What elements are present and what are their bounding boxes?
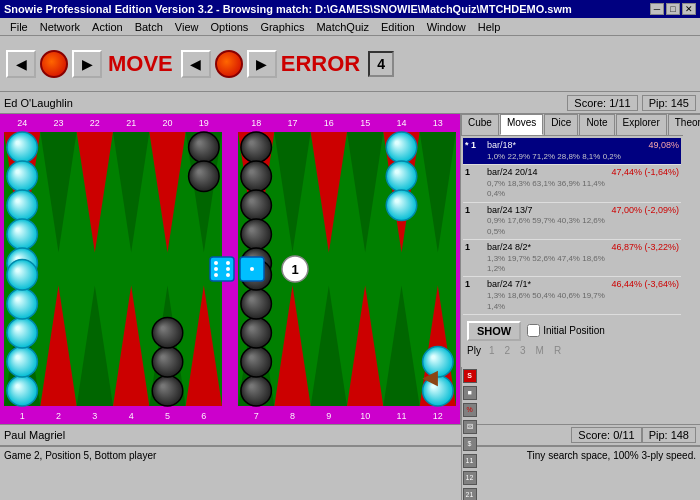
tab-cube[interactable]: Cube <box>461 114 499 135</box>
move-details: bar/24 8/2* 1,3% 19,7% 52,6% 47,4% 18,6%… <box>487 242 611 274</box>
nav-icon <box>40 50 68 78</box>
ply-label: Ply <box>467 345 481 356</box>
show-row: SHOW Initial Position <box>467 321 677 341</box>
prev-move-button[interactable]: ◀ <box>6 50 36 78</box>
move-num: 1 <box>465 167 487 199</box>
move-pct: 49,08% <box>629 140 679 162</box>
window-buttons: ─ □ ✕ <box>650 3 696 15</box>
move-num: * 1 <box>465 140 487 162</box>
side-icon-21[interactable]: 21 <box>463 488 477 500</box>
status-bar: Game 2, Position 5, Bottom player Tiny s… <box>0 446 700 464</box>
tab-note[interactable]: Note <box>579 114 614 135</box>
move-row-4[interactable]: 1 bar/24 8/2* 1,3% 19,7% 52,6% 47,4% 18,… <box>463 240 681 277</box>
move-label: MOVE <box>108 51 173 77</box>
moves-list: * 1 bar/18* 1,0% 22,9% 71,2% 28,8% 8,1% … <box>461 136 683 317</box>
move-row-3[interactable]: 1 bar/24 13/7 0,9% 17,6% 59,7% 40,3% 12,… <box>463 203 681 240</box>
panel-tabs: Cube Moves Dice Note Explorer Theory <box>461 114 683 136</box>
bottom-score: Score: 0/11 <box>571 427 641 443</box>
menu-edition[interactable]: Edition <box>375 20 421 34</box>
menu-graphics[interactable]: Graphics <box>254 20 310 34</box>
move-num: 1 <box>465 242 487 274</box>
ply-3[interactable]: 3 <box>518 345 528 356</box>
initial-position-checkbox[interactable] <box>527 324 540 337</box>
toolbar: ◀ ▶ MOVE ◀ ▶ ERROR 4 <box>0 36 700 92</box>
board-canvas[interactable] <box>0 114 460 424</box>
right-panel: Cube Moves Dice Note Explorer Theory * 1… <box>460 114 698 424</box>
move-details: bar/24 20/14 0,7% 18,3% 63,1% 36,9% 11,4… <box>487 167 611 199</box>
menu-window[interactable]: Window <box>421 20 472 34</box>
top-player-info: Ed O'Laughlin Score: 1/11 Pip: 145 <box>0 92 700 114</box>
menu-file[interactable]: File <box>4 20 34 34</box>
ply-m[interactable]: M <box>534 345 546 356</box>
maximize-button[interactable]: □ <box>666 3 680 15</box>
side-icon-s[interactable]: S <box>463 369 477 383</box>
menu-view[interactable]: View <box>169 20 205 34</box>
prev-error-button[interactable]: ◀ <box>181 50 211 78</box>
ply-2[interactable]: 2 <box>502 345 512 356</box>
menu-options[interactable]: Options <box>204 20 254 34</box>
next-move-button[interactable]: ▶ <box>72 50 102 78</box>
side-icon-percent[interactable]: % <box>463 403 477 417</box>
bottom-pip: Pip: 148 <box>642 427 696 443</box>
move-pct: 46,44% (-3,64%) <box>611 279 679 311</box>
tab-theory[interactable]: Theory <box>668 114 700 135</box>
close-button[interactable]: ✕ <box>682 3 696 15</box>
main-content: Cube Moves Dice Note Explorer Theory * 1… <box>0 114 700 424</box>
nav-section: ◀ ▶ MOVE <box>6 50 173 78</box>
bottom-player-name: Paul Magriel <box>4 429 571 441</box>
move-details: bar/24 7/1* 1,3% 18,6% 50,4% 40,6% 19,7%… <box>487 279 611 311</box>
tab-explorer[interactable]: Explorer <box>616 114 667 135</box>
tab-moves[interactable]: Moves <box>500 114 543 135</box>
title-bar: Snowie Professional Edition Version 3.2 … <box>0 0 700 18</box>
move-details: bar/18* 1,0% 22,9% 71,2% 28,8% 8,1% 0,2% <box>487 140 629 162</box>
error-label: ERROR <box>281 51 360 77</box>
move-pct: 46,87% (-3,22%) <box>611 242 679 274</box>
error-section: ◀ ▶ ERROR <box>181 50 360 78</box>
ply-1[interactable]: 1 <box>487 345 497 356</box>
top-pip: Pip: 145 <box>642 95 696 111</box>
ply-r[interactable]: R <box>552 345 563 356</box>
move-num: 1 <box>465 205 487 237</box>
show-button[interactable]: SHOW <box>467 321 521 341</box>
side-icon-12[interactable]: 12 <box>463 471 477 485</box>
right-panel-inner: Cube Moves Dice Note Explorer Theory * 1… <box>461 114 683 367</box>
initial-position-label: Initial Position <box>527 324 605 337</box>
menu-bar: File Network Action Batch View Options G… <box>0 18 700 36</box>
title-text: Snowie Professional Edition Version 3.2 … <box>4 3 572 15</box>
move-pct: 47,44% (-1,64%) <box>611 167 679 199</box>
top-player-name: Ed O'Laughlin <box>4 97 563 109</box>
minimize-button[interactable]: ─ <box>650 3 664 15</box>
dice-display: 4 <box>368 51 394 77</box>
menu-action[interactable]: Action <box>86 20 129 34</box>
show-panel: SHOW Initial Position Ply 1 2 3 M R <box>461 317 683 367</box>
side-icon-graph[interactable]: ■ <box>463 386 477 400</box>
move-row-1[interactable]: * 1 bar/18* 1,0% 22,9% 71,2% 28,8% 8,1% … <box>463 138 681 165</box>
next-error-button[interactable]: ▶ <box>247 50 277 78</box>
status-right: Tiny search space, 100% 3-ply speed. <box>527 450 696 461</box>
move-pct: 47,00% (-2,09%) <box>611 205 679 237</box>
menu-batch[interactable]: Batch <box>129 20 169 34</box>
bottom-player-info: Paul Magriel Score: 0/11 Pip: 148 <box>0 424 700 446</box>
menu-matchquiz[interactable]: MatchQuiz <box>310 20 375 34</box>
move-row-2[interactable]: 1 bar/24 20/14 0,7% 18,3% 63,1% 36,9% 11… <box>463 165 681 202</box>
error-icon <box>215 50 243 78</box>
tab-dice[interactable]: Dice <box>544 114 578 135</box>
move-num: 1 <box>465 279 487 311</box>
move-details: bar/24 13/7 0,9% 17,6% 59,7% 40,3% 12,6%… <box>487 205 611 237</box>
move-row-5[interactable]: 1 bar/24 7/1* 1,3% 18,6% 50,4% 40,6% 19,… <box>463 277 681 314</box>
ply-row: Ply 1 2 3 M R <box>467 345 677 356</box>
menu-help[interactable]: Help <box>472 20 507 34</box>
top-score: Score: 1/11 <box>567 95 637 111</box>
menu-network[interactable]: Network <box>34 20 86 34</box>
status-left: Game 2, Position 5, Bottom player <box>4 450 156 461</box>
side-icon-11[interactable]: 11 <box>463 454 477 468</box>
board-area <box>0 114 460 424</box>
